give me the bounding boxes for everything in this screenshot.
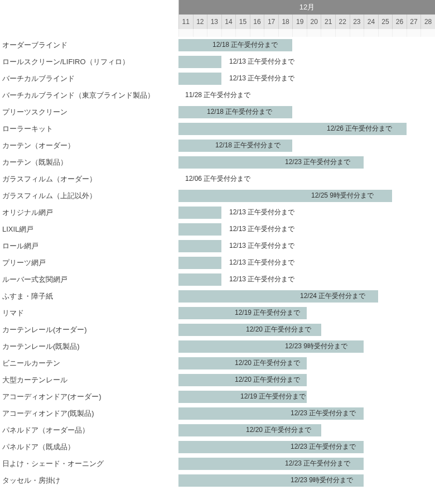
row-label: 大型カーテンレール <box>0 375 178 385</box>
bar-label: 12/13 正午受付分まで <box>226 208 294 217</box>
data-row: ルーバー式玄関網戸12/13 正午受付分まで <box>0 271 435 288</box>
data-row: LIXIL網戸12/13 正午受付分まで <box>0 221 435 238</box>
spacer-day-cell <box>335 29 350 37</box>
bar-label: 12/23 正午受付分まで <box>287 442 356 452</box>
gantt-bar <box>178 273 221 286</box>
header-day-row: 111213141516171819202122232425262728 <box>0 15 435 29</box>
data-row: オリジナル網戸12/13 正午受付分まで <box>0 204 435 221</box>
row-label: ルーバー式玄関網戸 <box>0 275 178 285</box>
header-label-spacer-2 <box>0 15 178 29</box>
data-row: ビニールカーテン12/20 正午受付分まで <box>0 355 435 372</box>
row-label: カーテンレール(既製品) <box>0 342 178 352</box>
spacer-day-cell <box>235 29 250 37</box>
data-rows: オーダーブラインド12/18 正午受付分までロールスクリーン/LIFIRO（リフ… <box>0 37 435 489</box>
day-header-cell: 14 <box>221 15 236 29</box>
bar-label: 12/20 正午受付分まで <box>243 425 311 435</box>
gantt-bar <box>178 223 221 236</box>
day-header-cell: 21 <box>321 15 335 29</box>
spacer-day-cell <box>178 29 193 37</box>
gantt-bar <box>178 56 221 68</box>
day-header-cell: 23 <box>350 15 364 29</box>
data-row: プリーツスクリーン12/18 正午受付分まで <box>0 104 435 121</box>
bar-label: 12/19 正午受付分まで <box>231 308 300 318</box>
data-row: ローラーキット12/26 正午受付分まで <box>0 121 435 137</box>
gantt-bar <box>178 207 221 219</box>
bar-label: 12/13 正午受付分まで <box>226 275 294 284</box>
bar-area: 12/18 正午受付分まで <box>178 106 435 118</box>
data-row: カーテンレール(既製品)12/23 9時受付分まで <box>0 338 435 355</box>
row-label: オーダーブラインド <box>0 40 178 50</box>
data-row: リマド12/19 正午受付分まで <box>0 305 435 321</box>
data-row: カーテン（既製品）12/23 正午受付分まで <box>0 154 435 171</box>
row-label: タッセル・房掛け <box>0 476 178 486</box>
header-month-row: 12月 <box>0 0 435 15</box>
data-row: バーチカルブラインド12/13 正午受付分まで <box>0 70 435 87</box>
bar-label: 12/23 正午受付分まで <box>282 157 350 167</box>
day-header-cell: 18 <box>278 15 293 29</box>
data-row: カーテンレール(オーダー)12/20 正午受付分まで <box>0 321 435 338</box>
data-row: ロール網戸12/13 正午受付分まで <box>0 238 435 255</box>
bar-area: 12/23 正午受付分まで <box>178 458 435 470</box>
bar-area: 12/23 9時受付分まで <box>178 474 435 487</box>
spacer-day-cell <box>321 29 335 37</box>
day-header-cell: 22 <box>335 15 350 29</box>
spacer-day-cell <box>307 29 321 37</box>
day-header-cell: 20 <box>307 15 321 29</box>
bar-label: 12/13 正午受付分まで <box>226 241 294 251</box>
bar-label: 12/18 正午受付分まで <box>209 40 278 50</box>
row-label: カーテンレール(オーダー) <box>0 325 178 335</box>
bar-area: 12/06 正午受付分まで <box>178 173 435 185</box>
bar-area: 12/23 正午受付分まで <box>178 407 435 420</box>
bar-label: 12/20 正午受付分まで <box>243 325 311 334</box>
bar-area: 12/13 正午受付分まで <box>178 56 435 68</box>
day-header-cell: 19 <box>292 15 307 29</box>
gantt-bar <box>178 73 221 85</box>
bar-label: 12/13 正午受付分まで <box>226 224 294 234</box>
spacer-day-cell <box>364 29 378 37</box>
row-label: LIXIL網戸 <box>0 224 178 234</box>
bar-label: 12/25 9時受付分まで <box>308 191 374 200</box>
bar-label: 12/13 正午受付分まで <box>226 258 294 267</box>
row-label: バーチカルブラインド（東京ブラインド製品） <box>0 90 178 100</box>
data-row: バーチカルブラインド（東京ブラインド製品）11/28 正午受付分まで <box>0 87 435 104</box>
day-header-cell: 15 <box>235 15 250 29</box>
spacer-day-cell <box>250 29 264 37</box>
row-label: ふすま・障子紙 <box>0 291 178 301</box>
spacer-label <box>0 29 178 37</box>
bar-label: 12/20 正午受付分まで <box>231 358 300 368</box>
bar-area: 12/25 9時受付分まで <box>178 190 435 202</box>
day-header-cell: 25 <box>378 15 393 29</box>
data-row: ガラスフィルム（オーダー）12/06 正午受付分まで <box>0 171 435 188</box>
data-row: パネルドア（オーダー品）12/20 正午受付分まで <box>0 422 435 439</box>
row-label: ローラーキット <box>0 124 178 134</box>
spacer-day-cell <box>350 29 364 37</box>
day-header-cell: 11 <box>178 15 193 29</box>
bar-label: 12/23 9時受付分まで <box>282 342 347 351</box>
data-row: プリーツ網戸12/13 正午受付分まで <box>0 255 435 271</box>
bar-label: 12/13 正午受付分まで <box>226 74 294 83</box>
gantt-bar <box>178 240 221 252</box>
bar-area: 12/26 正午受付分まで <box>178 123 435 135</box>
spacer-day-cell <box>392 29 407 37</box>
bar-label: 12/23 正午受付分まで <box>282 459 350 468</box>
bar-label: 12/26 正午受付分まで <box>323 124 392 133</box>
data-row: アコーディオンドア(既製品)12/23 正午受付分まで <box>0 405 435 422</box>
bar-area: 12/23 9時受付分まで <box>178 340 435 353</box>
data-row: ふすま・障子紙12/24 正午受付分まで <box>0 288 435 305</box>
day-header-cell: 17 <box>264 15 278 29</box>
bar-label: 12/24 正午受付分まで <box>297 291 365 301</box>
gantt-bar <box>178 257 221 269</box>
bar-label: 11/28 正午受付分まで <box>182 90 250 100</box>
bar-label: 12/06 正午受付分まで <box>182 174 250 184</box>
spacer-day-cell <box>420 29 435 37</box>
bar-area: 12/20 正午受付分まで <box>178 357 435 369</box>
bar-label: 12/18 正午受付分まで <box>204 107 272 117</box>
day-header-cell: 27 <box>407 15 421 29</box>
bar-area: 11/28 正午受付分まで <box>178 89 435 102</box>
spacer-day-cell <box>292 29 307 37</box>
day-header-cell: 13 <box>207 15 221 29</box>
data-row: 日よけ・シェード・オーニング12/23 正午受付分まで <box>0 455 435 472</box>
row-label: ガラスフィルム（オーダー） <box>0 174 178 184</box>
spacer-day-cell <box>193 29 207 37</box>
gantt-chart: 12月 111213141516171819202122232425262728… <box>0 0 435 489</box>
